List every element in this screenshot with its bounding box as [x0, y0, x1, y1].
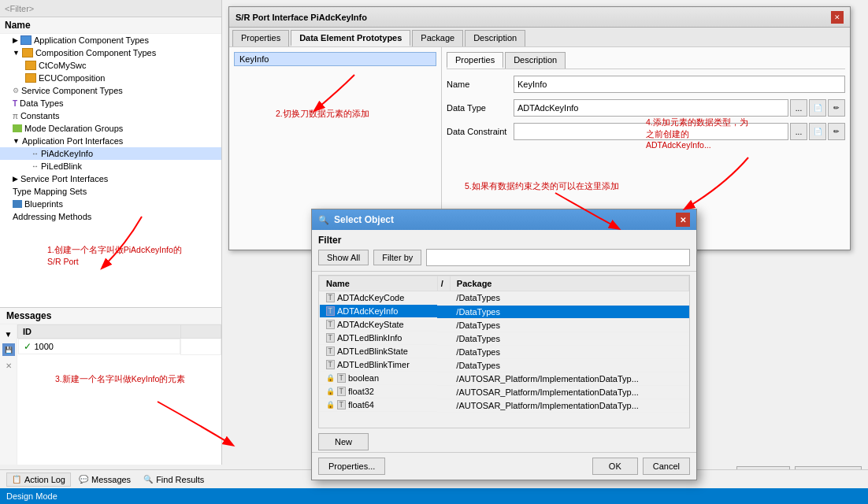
- messages-icon: 💬: [79, 475, 88, 484]
- tab-properties[interactable]: Properties: [232, 30, 289, 46]
- filter-icon[interactable]: ▼: [2, 328, 15, 340]
- tree-label: Type Mapping Sets: [13, 187, 87, 196]
- status-mode: Design Mode: [6, 491, 57, 501]
- tree-header: Name: [0, 17, 221, 34]
- tree-item-app-comp[interactable]: ▶ Application Component Types: [0, 34, 221, 46]
- name-input[interactable]: [514, 76, 845, 93]
- tree-item-app-port[interactable]: ▼ Application Port Interfaces: [0, 135, 221, 147]
- select-table: Name / Package T ADTAdcKeyCode /DataType…: [319, 276, 689, 413]
- select-object-dialog: 🔍 Select Object ✕ Filter Show All Filter…: [311, 209, 697, 480]
- tab-data-element[interactable]: Data Element Prototypes: [291, 30, 410, 46]
- filter-label: Filter: [318, 235, 690, 246]
- sr-dialog-close[interactable]: ✕: [831, 11, 844, 24]
- table-row-selected[interactable]: T ADTAdcKeyInfo /DataTypes: [320, 305, 689, 318]
- messages-panel: Messages ▼ 💾 ✕ ID: [0, 307, 222, 465]
- tree-label: Service Component Types: [21, 86, 123, 95]
- properties-btn[interactable]: Properties...: [318, 458, 385, 475]
- sr-dialog-titlebar: S/R Port Interface PiAdcKeyInfo ✕: [229, 7, 850, 28]
- table-row[interactable]: T ADTAdcKeyCode /DataTypes: [320, 291, 689, 306]
- tree-item-ecu[interactable]: ECUComposition: [0, 72, 221, 84]
- new-button[interactable]: New: [318, 433, 369, 450]
- messages-table: ID ✓ 1000: [17, 324, 221, 465]
- data-type-input[interactable]: [514, 99, 788, 117]
- tree-item-mode-decl[interactable]: Mode Declaration Groups: [0, 122, 221, 135]
- find-icon: 🔍: [143, 475, 153, 484]
- table-row[interactable]: 🔒 T float64 /AUTOSAR_Platform/Implementa…: [320, 398, 689, 412]
- tree-item-blueprints[interactable]: Blueprints: [0, 198, 221, 210]
- filter-bar[interactable]: <Filter>: [0, 0, 221, 17]
- filter-by-btn[interactable]: Filter by: [373, 250, 421, 265]
- messages-sidebar: ▼ 💾 ✕: [0, 324, 17, 465]
- table-row[interactable]: T ADTAdcKeyState /DataTypes: [320, 318, 689, 332]
- tab-package[interactable]: Package: [412, 30, 463, 46]
- tree-item-addressing[interactable]: Addressing Methods: [0, 210, 221, 223]
- data-type-browse-btn[interactable]: ...: [790, 99, 807, 117]
- sr-dialog-tabs: Properties Data Element Prototypes Packa…: [229, 28, 850, 47]
- tree-label: Addressing Methods: [13, 212, 91, 221]
- select-dialog-titlebar: 🔍 Select Object ✕: [312, 209, 696, 230]
- data-constraint-btn1[interactable]: 📄: [809, 123, 826, 140]
- tree-item-constants[interactable]: π Constants: [0, 109, 221, 122]
- tree-item-service-comp[interactable]: ⚙ Service Component Types: [0, 84, 221, 97]
- tree-label: Data Types: [20, 98, 63, 108]
- data-constraint-browse-btn[interactable]: ...: [790, 123, 807, 140]
- filter-text: <Filter>: [5, 4, 34, 13]
- tab-description[interactable]: Description: [465, 30, 525, 46]
- tree-item-type-mapping[interactable]: Type Mapping Sets: [0, 185, 221, 198]
- sr-dialog-title: S/R Port Interface PiAdcKeyInfo: [236, 13, 367, 22]
- right-tab-description[interactable]: Description: [505, 52, 566, 69]
- tree-label: Application Port Interfaces: [22, 136, 123, 146]
- tree-label: PiAdcKeyInfo: [41, 149, 93, 158]
- message-row: ✓ 1000: [18, 339, 221, 355]
- show-all-btn[interactable]: Show All: [318, 250, 369, 265]
- bottom-tab-action-log[interactable]: 📋 Action Log: [6, 472, 71, 487]
- tree-item-comp-comp[interactable]: ▼ Composition Component Types: [0, 46, 221, 59]
- name-label: Name: [447, 80, 514, 89]
- data-type-btn2[interactable]: ✏: [828, 99, 845, 117]
- keyinfo-item[interactable]: KeyInfo: [234, 52, 436, 66]
- table-row[interactable]: 🔒 T boolean /AUTOSAR_Platform/Implementa…: [320, 372, 689, 385]
- select-dialog-footer: Properties... OK Cancel: [312, 452, 696, 480]
- clear-icon[interactable]: ✕: [2, 359, 15, 372]
- messages-header: Messages: [0, 308, 221, 324]
- table-row[interactable]: 🔒 T float32 /AUTOSAR_Platform/Implementa…: [320, 385, 689, 398]
- tree-label: Constants: [20, 111, 60, 120]
- data-type-btn1[interactable]: 📄: [809, 99, 826, 117]
- status-bar: Design Mode: [0, 488, 868, 504]
- select-table-container: Name / Package T ADTAdcKeyCode /DataType…: [318, 275, 690, 428]
- table-row[interactable]: T ADTLedBlinkInfo /DataTypes: [320, 332, 689, 345]
- ok-btn[interactable]: OK: [592, 458, 638, 475]
- cancel-btn[interactable]: Cancel: [643, 458, 690, 475]
- select-dialog-close[interactable]: ✕: [676, 213, 690, 227]
- table-row[interactable]: T ADTLedBlinkState /DataTypes: [320, 345, 689, 358]
- data-type-label: Data Type: [447, 103, 514, 113]
- data-constraint-label: Data Constraint: [447, 127, 514, 136]
- right-tab-properties[interactable]: Properties: [447, 52, 503, 69]
- tree-item-ctco[interactable]: CtCoMySwc: [0, 59, 221, 72]
- save-icon[interactable]: 💾: [2, 343, 15, 356]
- table-row[interactable]: T ADTLedBlinkTimer /DataTypes: [320, 358, 689, 372]
- tree-label: PiLedBlink: [41, 161, 82, 171]
- tree-item-piledbl[interactable]: ↔ PiLedBlink: [0, 160, 221, 172]
- action-log-icon: 📋: [12, 475, 21, 484]
- select-filter-section: Filter Show All Filter by: [312, 230, 696, 272]
- tree-label: Service Port Interfaces: [20, 174, 108, 183]
- bottom-tab-find-results[interactable]: 🔍 Find Results: [139, 473, 209, 486]
- tree-label: ECUComposition: [39, 73, 105, 83]
- tree-label: Blueprints: [24, 199, 63, 209]
- filter-input[interactable]: [426, 249, 690, 266]
- tree-label: Composition Component Types: [35, 48, 156, 57]
- data-constraint-btn2[interactable]: ✏: [828, 123, 845, 140]
- bottom-tab-messages[interactable]: 💬 Messages: [74, 473, 135, 486]
- tree-label: Mode Declaration Groups: [24, 124, 123, 133]
- data-constraint-input[interactable]: [514, 123, 788, 140]
- tree-label: Application Component Types: [34, 35, 149, 45]
- tree-item-service-port[interactable]: ▶ Service Port Interfaces: [0, 172, 221, 185]
- tree-item-piadckey[interactable]: ↔ PiAdcKeyInfo: [0, 147, 221, 160]
- tree-item-data-types[interactable]: T Data Types: [0, 97, 221, 109]
- tree-label: CtCoMySwc: [39, 61, 87, 70]
- select-dialog-title: Select Object: [334, 214, 394, 225]
